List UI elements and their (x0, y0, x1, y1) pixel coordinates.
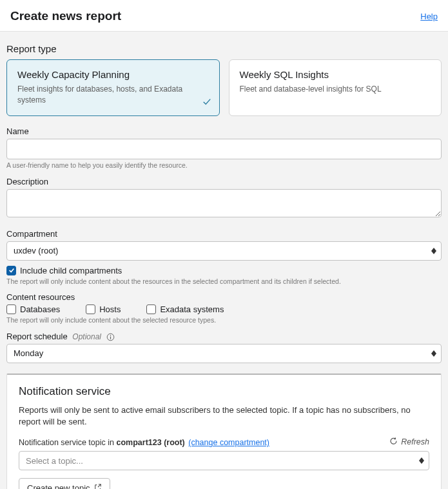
hosts-label: Hosts (99, 304, 121, 314)
updown-icon (419, 457, 424, 464)
refresh-label: Refresh (401, 437, 429, 446)
notification-desc: Reports will only be sent to active emai… (19, 404, 429, 428)
content-resources-hint: The report will only include content abo… (6, 316, 442, 325)
exadata-checkbox[interactable] (146, 304, 156, 314)
schedule-select[interactable]: Monday (6, 344, 442, 363)
svg-rect-2 (110, 337, 111, 339)
include-children-label: Include child compartments (20, 266, 122, 275)
topic-in: in (108, 438, 114, 447)
databases-label: Databases (20, 304, 60, 314)
card-desc: Fleet insights for databases, hosts, and… (17, 84, 209, 106)
create-topic-label: Create new topic (27, 483, 90, 489)
help-link[interactable]: Help (420, 12, 438, 21)
content-resources-label: Content resources (6, 292, 442, 302)
check-icon (202, 97, 211, 109)
hosts-checkbox[interactable] (86, 304, 95, 314)
notification-title: Notification service (19, 385, 429, 398)
description-label: Description (6, 177, 442, 186)
name-label: Name (6, 126, 442, 136)
exadata-label: Exadata systems (160, 304, 224, 314)
external-icon (94, 483, 102, 489)
schedule-label-row: Report schedule Optional (6, 332, 442, 341)
topic-label: Notification service topic (19, 438, 106, 447)
compartment-label: Compartment (6, 229, 442, 239)
name-input[interactable] (6, 139, 442, 159)
svg-point-1 (110, 335, 110, 335)
schedule-label: Report schedule (6, 332, 68, 341)
card-title: Weekly SQL Insights (240, 69, 431, 80)
topic-select[interactable]: Select a topic... (19, 451, 429, 470)
compartment-select[interactable]: uxdev (root) (6, 241, 442, 261)
description-input[interactable] (6, 189, 442, 217)
report-type-card-capacity[interactable]: Weekly Capacity Planning Fleet insights … (6, 59, 220, 116)
card-desc: Fleet and database-level insights for SQ… (240, 84, 431, 95)
create-topic-button[interactable]: Create new topic (19, 478, 110, 489)
compartment-hint: The report will only include content abo… (6, 277, 442, 286)
schedule-value: Monday (14, 348, 43, 358)
info-icon[interactable] (106, 333, 115, 341)
report-type-label: Report type (6, 43, 442, 54)
card-title: Weekly Capacity Planning (17, 69, 209, 80)
refresh-icon (389, 437, 398, 447)
topic-value: Select a topic... (26, 456, 83, 466)
compartment-value: uxdev (root) (14, 246, 58, 255)
include-children-checkbox[interactable] (6, 266, 16, 275)
notification-panel: Notification service Reports will only b… (6, 374, 442, 489)
refresh-button[interactable]: Refresh (389, 437, 429, 447)
page-title: Create news report (10, 9, 121, 23)
topic-compartment: compart123 (root) (116, 438, 184, 447)
optional-tag: Optional (72, 332, 101, 341)
databases-checkbox[interactable] (6, 304, 16, 314)
report-type-card-sql[interactable]: Weekly SQL Insights Fleet and database-l… (229, 59, 442, 116)
change-compartment-link[interactable]: (change compartment) (188, 438, 269, 447)
topic-label-line: Notification service topic in compart123… (19, 438, 269, 447)
updown-icon (431, 350, 436, 357)
name-hint: A user-friendly name to help you easily … (6, 161, 442, 170)
updown-icon (431, 248, 436, 254)
